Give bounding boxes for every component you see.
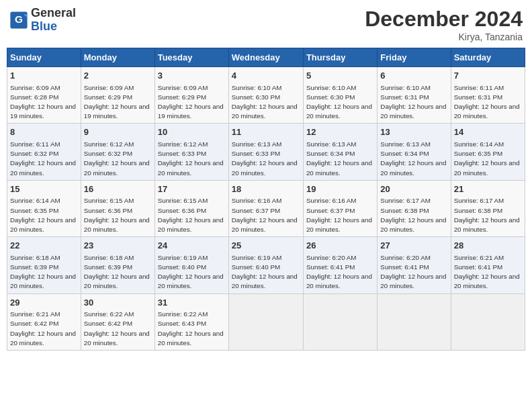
day-info: Sunrise: 6:12 AMSunset: 6:33 PMDaylight:…: [158, 140, 224, 177]
day-number: 29: [10, 297, 78, 309]
table-row: 3Sunrise: 6:09 AMSunset: 6:29 PMDaylight…: [154, 67, 228, 124]
table-row: 20Sunrise: 6:17 AMSunset: 6:38 PMDayligh…: [378, 180, 451, 236]
day-number: 22: [10, 240, 78, 252]
day-number: 31: [158, 297, 226, 309]
day-number: 7: [454, 70, 522, 82]
day-number: 4: [232, 70, 300, 82]
logo: G General Blue: [9, 7, 76, 34]
day-info: Sunrise: 6:12 AMSunset: 6:32 PMDaylight:…: [84, 140, 150, 177]
day-number: 15: [10, 183, 78, 195]
table-row: 11Sunrise: 6:13 AMSunset: 6:33 PMDayligh…: [228, 124, 303, 180]
page-header: G General Blue December 2024 Kirya, Tanz…: [7, 7, 525, 42]
table-row: 4Sunrise: 6:10 AMSunset: 6:30 PMDaylight…: [228, 67, 303, 124]
day-number: 10: [158, 126, 226, 138]
table-row: 12Sunrise: 6:13 AMSunset: 6:34 PMDayligh…: [303, 124, 377, 180]
day-number: 28: [454, 240, 522, 252]
day-number: 6: [380, 70, 447, 82]
day-info: Sunrise: 6:11 AMSunset: 6:32 PMDaylight:…: [10, 140, 76, 177]
day-number: 12: [306, 126, 374, 138]
svg-text:G: G: [15, 13, 23, 25]
day-number: 17: [158, 183, 226, 195]
calendar-table: Sunday Monday Tuesday Wednesday Thursday…: [7, 48, 525, 351]
day-number: 18: [232, 183, 300, 195]
day-number: 3: [158, 70, 226, 82]
day-info: Sunrise: 6:15 AMSunset: 6:36 PMDaylight:…: [84, 197, 150, 233]
calendar-week-row: 15Sunrise: 6:14 AMSunset: 6:35 PMDayligh…: [7, 180, 525, 236]
day-info: Sunrise: 6:19 AMSunset: 6:40 PMDaylight:…: [158, 254, 224, 290]
day-number: 8: [10, 126, 78, 138]
day-info: Sunrise: 6:17 AMSunset: 6:38 PMDaylight:…: [454, 197, 520, 233]
day-info: Sunrise: 6:17 AMSunset: 6:38 PMDaylight:…: [380, 197, 446, 233]
table-row: 14Sunrise: 6:14 AMSunset: 6:35 PMDayligh…: [451, 124, 525, 180]
table-row: [303, 293, 377, 350]
table-row: 30Sunrise: 6:22 AMSunset: 6:42 PMDayligh…: [81, 293, 154, 350]
col-sunday: Sunday: [7, 48, 81, 67]
table-row: 26Sunrise: 6:20 AMSunset: 6:41 PMDayligh…: [303, 237, 377, 293]
col-friday: Friday: [378, 48, 451, 67]
table-row: 10Sunrise: 6:12 AMSunset: 6:33 PMDayligh…: [154, 124, 228, 180]
day-number: 30: [84, 297, 152, 309]
logo-line2: Blue: [31, 20, 76, 34]
day-info: Sunrise: 6:10 AMSunset: 6:31 PMDaylight:…: [380, 84, 446, 120]
day-number: 20: [380, 183, 447, 195]
day-info: Sunrise: 6:09 AMSunset: 6:28 PMDaylight:…: [10, 84, 76, 120]
col-tuesday: Tuesday: [154, 48, 228, 67]
table-row: 29Sunrise: 6:21 AMSunset: 6:42 PMDayligh…: [7, 293, 81, 350]
day-number: 26: [306, 240, 374, 252]
table-row: 25Sunrise: 6:19 AMSunset: 6:40 PMDayligh…: [228, 237, 303, 293]
table-row: 31Sunrise: 6:22 AMSunset: 6:43 PMDayligh…: [154, 293, 228, 350]
day-info: Sunrise: 6:16 AMSunset: 6:37 PMDaylight:…: [232, 197, 298, 233]
col-monday: Monday: [81, 48, 154, 67]
day-number: 19: [306, 183, 374, 195]
logo-line1: General: [31, 7, 76, 20]
day-info: Sunrise: 6:13 AMSunset: 6:34 PMDaylight:…: [380, 140, 446, 177]
day-number: 13: [380, 126, 447, 138]
location-subtitle: Kirya, Tanzania: [365, 32, 523, 42]
table-row: 17Sunrise: 6:15 AMSunset: 6:36 PMDayligh…: [154, 180, 228, 236]
calendar-week-row: 22Sunrise: 6:18 AMSunset: 6:39 PMDayligh…: [7, 237, 525, 293]
calendar-week-row: 1Sunrise: 6:09 AMSunset: 6:28 PMDaylight…: [7, 67, 525, 124]
table-row: 23Sunrise: 6:18 AMSunset: 6:39 PMDayligh…: [81, 237, 154, 293]
day-number: 2: [84, 70, 152, 82]
day-number: 11: [232, 126, 300, 138]
day-info: Sunrise: 6:09 AMSunset: 6:29 PMDaylight:…: [158, 84, 224, 120]
col-saturday: Saturday: [451, 48, 525, 67]
day-info: Sunrise: 6:20 AMSunset: 6:41 PMDaylight:…: [306, 254, 372, 290]
table-row: 15Sunrise: 6:14 AMSunset: 6:35 PMDayligh…: [7, 180, 81, 236]
day-info: Sunrise: 6:14 AMSunset: 6:35 PMDaylight:…: [10, 197, 76, 233]
day-number: 24: [158, 240, 226, 252]
day-info: Sunrise: 6:21 AMSunset: 6:41 PMDaylight:…: [454, 254, 520, 290]
logo-icon: G: [9, 11, 28, 30]
table-row: 13Sunrise: 6:13 AMSunset: 6:34 PMDayligh…: [378, 124, 451, 180]
table-row: 21Sunrise: 6:17 AMSunset: 6:38 PMDayligh…: [451, 180, 525, 236]
title-area: December 2024 Kirya, Tanzania: [365, 7, 523, 42]
day-info: Sunrise: 6:21 AMSunset: 6:42 PMDaylight:…: [10, 310, 76, 347]
table-row: [378, 293, 451, 350]
day-info: Sunrise: 6:16 AMSunset: 6:37 PMDaylight:…: [306, 197, 372, 233]
table-row: 5Sunrise: 6:10 AMSunset: 6:30 PMDaylight…: [303, 67, 377, 124]
table-row: [451, 293, 525, 350]
col-wednesday: Wednesday: [228, 48, 303, 67]
table-row: 2Sunrise: 6:09 AMSunset: 6:29 PMDaylight…: [81, 67, 154, 124]
table-row: 24Sunrise: 6:19 AMSunset: 6:40 PMDayligh…: [154, 237, 228, 293]
day-info: Sunrise: 6:13 AMSunset: 6:33 PMDaylight:…: [232, 140, 298, 177]
weekday-header-row: Sunday Monday Tuesday Wednesday Thursday…: [7, 48, 525, 67]
table-row: 8Sunrise: 6:11 AMSunset: 6:32 PMDaylight…: [7, 124, 81, 180]
day-info: Sunrise: 6:10 AMSunset: 6:30 PMDaylight:…: [306, 84, 372, 120]
table-row: 18Sunrise: 6:16 AMSunset: 6:37 PMDayligh…: [228, 180, 303, 236]
day-info: Sunrise: 6:20 AMSunset: 6:41 PMDaylight:…: [380, 254, 446, 290]
day-number: 21: [454, 183, 522, 195]
day-info: Sunrise: 6:22 AMSunset: 6:42 PMDaylight:…: [84, 310, 150, 347]
table-row: 19Sunrise: 6:16 AMSunset: 6:37 PMDayligh…: [303, 180, 377, 236]
day-info: Sunrise: 6:22 AMSunset: 6:43 PMDaylight:…: [158, 310, 224, 347]
table-row: 1Sunrise: 6:09 AMSunset: 6:28 PMDaylight…: [7, 67, 81, 124]
day-info: Sunrise: 6:11 AMSunset: 6:31 PMDaylight:…: [454, 84, 520, 120]
day-number: 16: [84, 183, 152, 195]
table-row: 6Sunrise: 6:10 AMSunset: 6:31 PMDaylight…: [378, 67, 451, 124]
day-info: Sunrise: 6:18 AMSunset: 6:39 PMDaylight:…: [84, 254, 150, 290]
col-thursday: Thursday: [303, 48, 377, 67]
calendar-week-row: 29Sunrise: 6:21 AMSunset: 6:42 PMDayligh…: [7, 293, 525, 350]
table-row: 7Sunrise: 6:11 AMSunset: 6:31 PMDaylight…: [451, 67, 525, 124]
day-info: Sunrise: 6:14 AMSunset: 6:35 PMDaylight:…: [454, 140, 520, 177]
table-row: 16Sunrise: 6:15 AMSunset: 6:36 PMDayligh…: [81, 180, 154, 236]
